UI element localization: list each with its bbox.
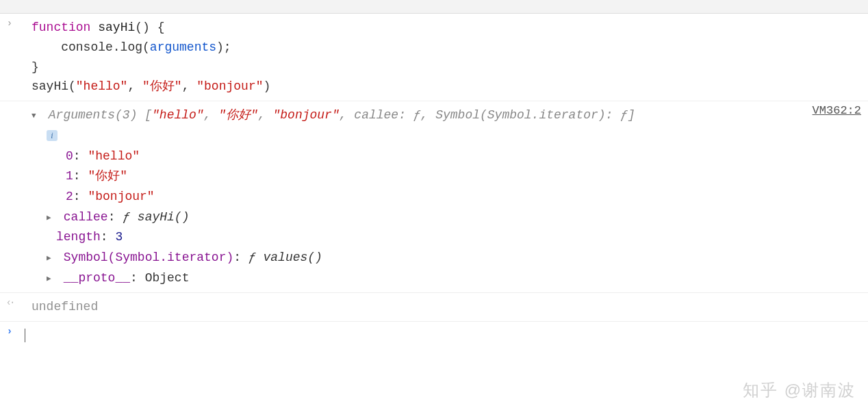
prompt-marker-icon — [0, 322, 19, 337]
log-gutter — [0, 101, 19, 105]
console-return-row: undefined — [0, 293, 868, 322]
prop-2[interactable]: 2: "bonjour" — [31, 187, 865, 207]
prop-symbol-iterator[interactable]: ▶ Symbol(Symbol.iterator): ƒ values() — [31, 248, 865, 268]
prompt-input[interactable] — [19, 322, 868, 350]
return-marker-icon — [0, 293, 19, 308]
console-input-row[interactable]: function sayHi() { console.log(arguments… — [0, 14, 868, 101]
expand-toggle-icon[interactable]: ▶ — [47, 272, 56, 285]
text-caret — [25, 329, 25, 342]
prop-proto[interactable]: ▶ __proto__: Object — [31, 268, 865, 289]
prop-callee[interactable]: ▶ callee: ƒ sayHi() — [31, 207, 865, 228]
info-icon[interactable]: i — [47, 130, 58, 141]
prop-1[interactable]: 1: "你好" — [31, 166, 865, 187]
prop-length[interactable]: length: 3 — [31, 227, 865, 248]
return-value: undefined — [19, 293, 868, 321]
kw-function: function — [31, 21, 90, 34]
arguments-summary[interactable]: ▼ Arguments(3) ["hello", "你好", "bonjour"… — [31, 105, 865, 126]
log-content: ▼ Arguments(3) ["hello", "你好", "bonjour"… — [19, 101, 868, 292]
collapse-toggle-icon[interactable]: ▼ — [31, 110, 41, 122]
input-marker-icon — [0, 14, 19, 29]
console-prompt-row[interactable] — [0, 322, 868, 350]
info-badge-row[interactable]: i — [31, 126, 865, 146]
input-code: function sayHi() { console.log(arguments… — [19, 14, 868, 101]
prop-0[interactable]: 0: "hello" — [31, 146, 865, 167]
console-log-row[interactable]: VM362:2 ▼ Arguments(3) ["hello", "你好", "… — [0, 101, 868, 293]
console-toolbar — [0, 0, 868, 14]
expand-toggle-icon[interactable]: ▶ — [47, 212, 56, 224]
expand-toggle-icon[interactable]: ▶ — [47, 252, 56, 264]
source-link[interactable]: VM362:2 — [813, 104, 861, 117]
